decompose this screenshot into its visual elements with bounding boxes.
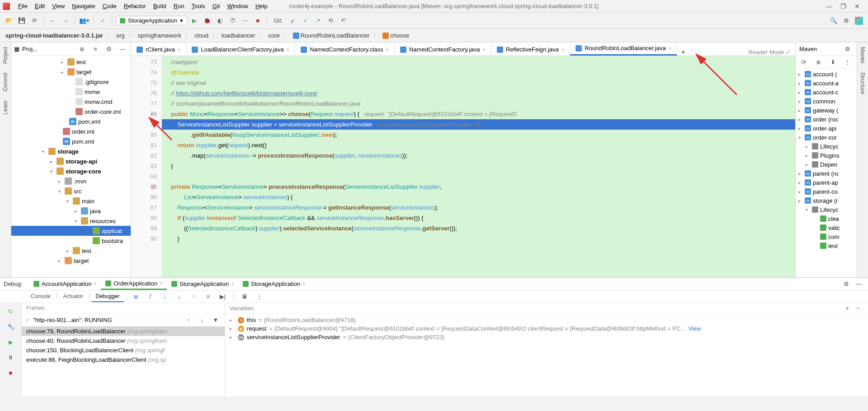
save-button[interactable]: 💾 xyxy=(16,15,27,26)
code-area[interactable]: /rawtypes/@Override// see original// htt… xyxy=(162,56,795,277)
tree-row[interactable]: ▾storage xyxy=(11,146,131,156)
tree-row[interactable]: ▸.mvn xyxy=(11,176,131,186)
gear-icon[interactable]: ⚙ xyxy=(841,279,852,290)
gear-icon[interactable]: ⚙ xyxy=(842,44,853,55)
git-commit-button[interactable]: ✓ xyxy=(300,15,311,26)
minimize-button[interactable]: ― xyxy=(826,3,832,10)
run-button[interactable]: ▶ xyxy=(189,15,200,26)
collapse-icon[interactable]: ≡ xyxy=(90,44,101,55)
debug-tab[interactable]: StorageApplication× xyxy=(167,278,238,290)
menu-run[interactable]: Run xyxy=(170,3,188,9)
breadcrumb-item[interactable]: cloud xyxy=(193,32,210,39)
menu-git[interactable]: Git xyxy=(209,3,224,9)
modify-icon[interactable]: 🔧 xyxy=(5,321,16,332)
breadcrumb-item[interactable]: spring-cloud-loadbalancer-3.0.1.jar xyxy=(4,32,105,39)
tabs-more-icon[interactable]: ▾ xyxy=(677,49,689,56)
tree-row[interactable]: order-core.iml xyxy=(11,107,131,117)
maven-row[interactable]: ▾Lifecyc xyxy=(796,205,857,214)
prev-icon[interactable]: ↑ xyxy=(183,315,194,326)
stop-icon[interactable]: ■ xyxy=(5,367,16,378)
frame-row[interactable]: execute:88, FeignBlockingLoadBalancerCli… xyxy=(22,355,225,364)
tree-row[interactable]: mvnw xyxy=(11,87,131,97)
search-icon[interactable]: 🔍 xyxy=(828,15,839,26)
tree-row[interactable]: .gitignore xyxy=(11,77,131,87)
menu-file[interactable]: File xyxy=(14,3,31,9)
settings-icon[interactable]: ⚙ xyxy=(841,15,852,26)
breadcrumb-item[interactable]: springframework xyxy=(136,32,183,39)
step-out-icon[interactable]: ↑ xyxy=(188,291,199,302)
editor-tab[interactable]: RoundRobinLoadBalancer.java× xyxy=(570,42,677,56)
hammer-icon[interactable]: ✓ xyxy=(97,15,108,26)
evaluate-icon[interactable]: 🖩 xyxy=(239,291,250,302)
maven-row[interactable]: clea xyxy=(796,214,857,223)
tree-row[interactable]: ▸target xyxy=(11,67,131,77)
tree-row[interactable]: mvnw.cmd xyxy=(11,97,131,107)
debug-inner-tab[interactable]: Console xyxy=(26,291,55,302)
stop-button[interactable]: ■ xyxy=(252,15,263,26)
menu-help[interactable]: Help xyxy=(252,3,271,9)
pause-icon[interactable]: ⏸ xyxy=(5,352,16,363)
tree-row[interactable]: ▸target xyxy=(11,256,131,266)
maven-row[interactable]: ▸mstorage (r xyxy=(796,196,857,205)
frames-thread-selector[interactable]: ✓ "http-nio-901...ain": RUNNING ↑ ↓ ▼ xyxy=(22,314,225,327)
maven-row[interactable]: ▸maccount-a xyxy=(796,79,857,88)
editor-tab[interactable]: LoadBalancerClientFactory.java× xyxy=(186,43,295,56)
run-cursor-icon[interactable]: ▶| xyxy=(217,291,228,302)
side-learn[interactable]: Learn xyxy=(2,101,9,115)
rerun-icon[interactable]: ↻ xyxy=(5,306,16,317)
maven-row[interactable]: ▸mgateway ( xyxy=(796,106,857,115)
breadcrumb-item[interactable]: choose xyxy=(381,32,411,39)
maven-row[interactable]: ▸Depen xyxy=(796,160,857,169)
side-maven[interactable]: Maven xyxy=(859,47,866,63)
tree-row[interactable]: order.iml xyxy=(11,126,131,136)
menu-build[interactable]: Build xyxy=(150,3,170,9)
menu-navigate[interactable]: Navigate xyxy=(68,3,99,9)
tree-row[interactable]: ▾main xyxy=(11,196,131,206)
hide-icon[interactable]: ― xyxy=(854,279,864,290)
step-over-icon[interactable]: ⤴ xyxy=(145,291,156,302)
menu-tools[interactable]: Tools xyxy=(188,3,209,9)
force-step-icon[interactable]: ↓ xyxy=(174,291,184,302)
debug-tab[interactable]: AccountApplication× xyxy=(29,278,101,290)
more-button[interactable]: ⋯ xyxy=(240,15,250,26)
debug-inner-tab[interactable]: Actuator xyxy=(58,291,88,302)
filter-icon[interactable]: ▼ xyxy=(210,315,221,326)
breadcrumb-item[interactable]: core xyxy=(266,32,281,39)
add-watch-icon[interactable]: + xyxy=(842,303,853,314)
ide-icon[interactable] xyxy=(854,15,864,26)
tree-row[interactable]: mpom.xml xyxy=(11,117,131,126)
maven-row[interactable]: ▾morder-cor xyxy=(796,133,857,142)
tree-row[interactable]: ▸test xyxy=(11,246,131,256)
gear-icon[interactable]: ⚙ xyxy=(104,44,114,55)
tree-row[interactable]: ▸test xyxy=(11,57,131,67)
breadcrumb-item[interactable]: loadbalancer xyxy=(220,32,257,39)
variable-row[interactable]: ▸≡this = {RoundRobinLoadBalancer@9718} xyxy=(225,316,868,324)
maven-row[interactable]: ▸Plugins xyxy=(796,151,857,160)
open-button[interactable]: 📂 xyxy=(4,15,14,26)
users-button[interactable]: 👥▾ xyxy=(79,15,90,26)
side-structure[interactable]: Structure xyxy=(859,72,866,94)
frames-list[interactable]: choose:79, RoundRobinLoadBalancer (org.s… xyxy=(22,327,225,397)
project-tree[interactable]: ▸test▸target.gitignoremvnwmvnw.cmdorder-… xyxy=(11,56,131,277)
variables-list[interactable]: ▸≡this = {RoundRobinLoadBalancer@9718}▸p… xyxy=(225,314,868,397)
git-history-button[interactable]: ⟲ xyxy=(325,15,336,26)
generate-icon[interactable]: ⊕ xyxy=(813,57,824,68)
tree-row[interactable]: ▸storage-api xyxy=(11,156,131,166)
maven-row[interactable]: ▸morder-api xyxy=(796,124,857,133)
side-project[interactable]: Project xyxy=(2,47,9,64)
side-commit[interactable]: Commit xyxy=(2,73,9,91)
editor-tab[interactable]: rClient.java× xyxy=(131,43,186,56)
menu-code[interactable]: Code xyxy=(99,3,120,9)
git-push-button[interactable]: ↗ xyxy=(312,15,323,26)
back-button[interactable]: ← xyxy=(47,15,58,26)
maven-row[interactable]: ▸mparent-ap xyxy=(796,178,857,187)
maven-row[interactable]: ▸mparent (ro xyxy=(796,169,857,178)
maven-row[interactable]: ▸mcommon xyxy=(796,97,857,106)
tree-row[interactable]: ▸java xyxy=(11,206,131,216)
close-button[interactable]: ✕ xyxy=(854,3,860,10)
drop-frame-icon[interactable]: ⤫ xyxy=(203,291,213,302)
trace-icon[interactable]: ⋮ xyxy=(254,291,264,302)
git-rollback-button[interactable]: ↶ xyxy=(338,15,349,26)
tree-row[interactable]: mpom.xml xyxy=(11,136,131,146)
debug-tab[interactable]: OrderApplication× xyxy=(101,278,167,290)
